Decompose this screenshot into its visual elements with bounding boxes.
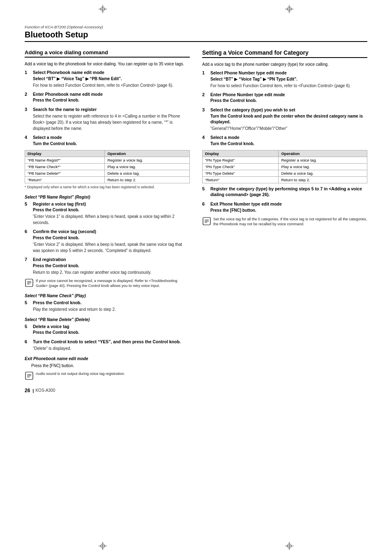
right-step-5-content: Register the category (type) by performi… [210, 186, 367, 198]
right-step-4-heading: Select a mode [210, 134, 367, 141]
right-note-text: Set the voice tag for all the 5 categori… [213, 217, 367, 227]
step-6-regist: 6 Confirm the voice tag (second) Press t… [25, 229, 190, 254]
step-3-heading: Search for the name to register [33, 106, 190, 113]
right-table-header-operation: Operation [279, 150, 367, 157]
page-subtitle: Function of KCA-BT200 (Optional Accessor… [25, 25, 367, 29]
right-section-title: Setting a Voice Command for Category [202, 49, 367, 58]
table-row: “PB Name Check*” Play a voice tag. [25, 163, 190, 170]
page-title: Bluetooth Setup [25, 30, 367, 42]
reg-mark-top-right [285, 5, 293, 13]
table-row: “Return” Return to step 2. [25, 176, 190, 183]
step-5-check-body: Play the registered voice and return to … [33, 306, 190, 312]
step-7-regist-body: Return to step 2. You can register anoth… [33, 269, 190, 275]
step-5-check-heading: Press the Control knob. [33, 300, 190, 306]
page-model: KOS-A300 [35, 388, 55, 393]
table-row: “PN Type Check” Play a voice tag. [203, 163, 367, 170]
right-step-3-body: “General”/“Home”/“Office”/“Mobile”/“Othe… [210, 125, 367, 132]
step-3: 3 Search for the name to register Select… [25, 106, 190, 132]
step-5-regist-sub: Press the Control knob. [33, 207, 190, 213]
step-5-regist-content: Register a voice tag (first) Press the C… [33, 201, 190, 226]
right-step-2-heading: Enter Phone Number type edit mode [210, 92, 367, 98]
right-step-5-heading: Register the category (type) by performi… [210, 186, 367, 198]
right-step-1-heading: Select Phone Number type edit mode [210, 70, 367, 76]
right-table-cell-d3: “Return” [203, 176, 279, 183]
left-section-intro: Add a voice tag to the phonebook for voi… [25, 61, 190, 67]
right-step-1-body: For how to select Function Control item,… [210, 83, 367, 89]
left-table-cell-d3: “Return” [25, 176, 105, 183]
left-table-cell-o2: Delete a voice tag. [105, 170, 190, 176]
right-step-3: 3 Select the category (type) you wish to… [202, 107, 367, 132]
left-table-header-display: Display [25, 150, 105, 157]
right-step-5: 5 Register the category (type) by perfor… [202, 186, 367, 198]
step-2-content: Enter Phonebook name edit mode Press the… [33, 91, 190, 104]
exit-phonebook-title: Exit Phonebook name edit mode [25, 356, 190, 361]
right-step-3-sub: Turn the Control knob and push the cente… [210, 113, 367, 125]
reg-mark-bottom-left [99, 542, 107, 550]
step-2-heading: Enter Phonebook name edit mode [33, 91, 190, 97]
right-step-1-num: 1 [202, 70, 209, 76]
step-6-regist-heading: Confirm the voice tag (second) [33, 229, 190, 235]
right-step-6-content: Exit Phone Number type edit mode Press t… [210, 201, 367, 214]
right-table-cell-o1: Play a voice tag. [279, 163, 367, 170]
right-table-cell-o0: Register a voice tag. [279, 157, 367, 163]
left-table-cell-d0: “PB Name Regist*” [25, 157, 105, 163]
step-5-check: 5 Press the Control knob. Play the regis… [25, 300, 190, 312]
step-7-regist: 7 End registration Press the Control kno… [25, 257, 190, 275]
right-step-3-content: Select the category (type) you wish to s… [210, 107, 367, 132]
right-step-6-num: 6 [202, 201, 209, 207]
right-step-2-num: 2 [202, 92, 209, 98]
left-table-cell-o3: Return to step 2. [105, 176, 190, 183]
left-column: Adding a voice dialing command Add a voi… [25, 49, 190, 393]
subsection-check-title: Select “PB Name Check” (Play) [25, 294, 190, 298]
step-5-check-num: 5 [25, 300, 31, 306]
right-step-5-num: 5 [202, 186, 209, 192]
step-7-regist-heading: End registration [33, 257, 190, 263]
regist-note-box: If your voice cannot be recognized, a me… [25, 278, 190, 289]
step-7-regist-sub: Press the Control knob. [33, 263, 190, 269]
step-1-num: 1 [25, 69, 31, 76]
right-section-intro: Add a voice tag to the phone number cate… [202, 61, 367, 67]
step-6-delete-num: 6 [25, 339, 31, 345]
step-6-regist-num: 6 [25, 229, 31, 235]
right-table-cell-d0: “PN Type Regist” [203, 157, 279, 163]
step-6-regist-sub: Press the Control knob. [33, 235, 190, 241]
reg-mark-top [99, 5, 107, 13]
step-2-sub: Press the Control knob. [33, 97, 190, 103]
step-5-regist-num: 5 [25, 201, 31, 207]
step-5-delete-sub: Press the Control knob. [33, 330, 190, 335]
right-step-1-sub: Select “BT” ▶ “Voice Tag” ▶ “PN Type Edi… [210, 76, 367, 82]
step-4-num: 4 [25, 134, 31, 141]
table-row: “PN Type Delete” Delete a voice tag. [203, 170, 367, 176]
right-step-6-sub: Press the [FNC] button. [210, 208, 367, 213]
step-5-check-content: Press the Control knob. Play the registe… [33, 300, 190, 312]
step-4-heading: Select a mode [33, 134, 190, 141]
left-table-cell-o1: Play a voice tag. [105, 163, 190, 170]
table-row: “PN Type Regist” Register a voice tag. [203, 157, 367, 163]
step-1: 1 Select Phonebook name edit mode Select… [25, 69, 190, 88]
right-table-cell-d2: “PN Type Delete” [203, 170, 279, 176]
step-1-sub: Select “BT” ▶ “Voice Tag” ▶ “PB Name Edi… [33, 76, 190, 82]
right-note-box: Set the voice tag for all the 5 categori… [202, 217, 367, 227]
step-5-regist: 5 Register a voice tag (first) Press the… [25, 201, 190, 226]
right-step-4: 4 Select a mode Turn the Control knob. [202, 134, 367, 147]
reg-mark-bottom-right [285, 542, 293, 550]
left-section-title: Adding a voice dialing command [25, 49, 190, 58]
step-3-content: Search for the name to register Select t… [33, 106, 190, 132]
right-step-4-content: Select a mode Turn the Control knob. [210, 134, 367, 147]
right-step-6-heading: Exit Phone Number type edit mode [210, 201, 367, 207]
subsection-delete-title: Select “PB Name Delete” (Delete) [25, 317, 190, 322]
exit-note-box: Audio sound is not output during voice t… [25, 371, 190, 380]
right-step-3-num: 3 [202, 107, 209, 113]
note-icon-exit [25, 371, 34, 380]
right-table-cell-o2: Delete a voice tag. [279, 170, 367, 176]
page-number: 26 [25, 388, 30, 393]
right-step-1: 1 Select Phone Number type edit mode Sel… [202, 70, 367, 89]
step-5-regist-body: “Enter Voice 1” is displayed. When a bee… [33, 213, 190, 226]
step-5-delete-content: Delete a voice tag Press the Control kno… [33, 324, 190, 336]
right-step-2-content: Enter Phone Number type edit mode Press … [210, 92, 367, 104]
step-5-delete-num: 5 [25, 324, 31, 330]
step-7-regist-content: End registration Press the Control knob.… [33, 257, 190, 275]
page: Function of KCA-BT200 (Optional Accessor… [0, 0, 392, 555]
step-6-regist-content: Confirm the voice tag (second) Press the… [33, 229, 190, 254]
right-table-header-display: Display [203, 150, 279, 157]
